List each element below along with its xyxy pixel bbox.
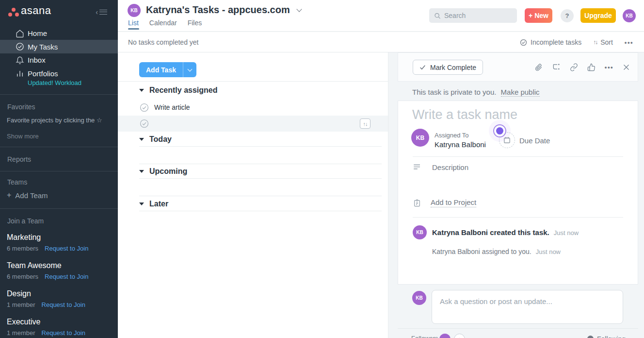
description-field[interactable]: Description	[413, 163, 468, 171]
hamburger-icon	[99, 8, 107, 16]
section-today[interactable]: Today	[139, 135, 172, 144]
add-task-dropdown[interactable]	[183, 62, 196, 77]
help-button[interactable]: ?	[561, 9, 574, 22]
tab-calendar[interactable]: Calendar	[149, 19, 177, 27]
sidebar: asana ‹ Home My Tasks Inbox	[0, 0, 118, 338]
sidebar-divider	[0, 171, 118, 171]
following-label[interactable]: Following	[597, 335, 626, 338]
section-recently-assigned[interactable]: Recently assigned	[139, 86, 218, 95]
sidebar-item-inbox[interactable]: Inbox	[0, 53, 118, 67]
section-later[interactable]: Later	[139, 200, 168, 208]
subtasks-icon[interactable]	[552, 63, 561, 71]
empty-row-divider	[139, 164, 382, 164]
search-input[interactable]	[429, 8, 517, 23]
sidebar-item-home[interactable]: Home	[0, 27, 118, 40]
team-members: 1 member	[7, 301, 35, 308]
link-icon[interactable]	[570, 63, 578, 71]
request-to-join-link[interactable]: Request to Join	[45, 245, 88, 252]
page-title[interactable]: Katryna's Tasks - appcues.com	[146, 4, 290, 16]
home-icon	[16, 29, 24, 38]
top-header: KB Katryna's Tasks - appcues.com List Ca…	[118, 0, 644, 32]
add-task-label[interactable]: Add Task	[139, 62, 183, 77]
attachment-icon[interactable]	[534, 63, 543, 71]
check-circle-icon	[520, 39, 527, 46]
activity-entry: Katryna Balboni assigned to you.Just now	[432, 248, 561, 255]
triangle-down-icon	[139, 170, 144, 173]
mark-complete-button[interactable]: Mark Complete	[413, 60, 483, 75]
join-a-team-header: Join a Team	[7, 217, 44, 225]
task-name-input[interactable]: Write a task name	[412, 107, 517, 122]
team-name[interactable]: Design	[7, 289, 31, 298]
team-name[interactable]: Executive	[7, 318, 40, 326]
assignee-avatar[interactable]: KB	[411, 129, 429, 147]
section-divider	[139, 146, 382, 147]
add-follower-button[interactable]: +	[454, 334, 465, 338]
section-upcoming[interactable]: Upcoming	[139, 167, 187, 176]
request-to-join-link[interactable]: Request to Join	[45, 273, 88, 280]
tab-list[interactable]: List	[128, 19, 139, 27]
active-tab-underline	[128, 28, 139, 30]
add-task-button[interactable]: Add Task	[139, 62, 196, 77]
description-label: Description	[432, 163, 468, 171]
chevron-down-icon[interactable]	[296, 6, 302, 12]
followers-bar: Followers KB + Following	[398, 328, 638, 338]
sidebar-item-portfolios[interactable]: Portfolios	[0, 68, 118, 79]
team-name[interactable]: Team Awesome	[7, 261, 62, 270]
thumbs-up-icon[interactable]	[587, 63, 596, 71]
more-actions-button[interactable]: •••	[605, 64, 613, 71]
view-tabs: List Calendar Files	[128, 19, 202, 27]
sort-button[interactable]: ↑↓ Sort	[593, 38, 613, 46]
add-team-button[interactable]: + Add Team	[7, 191, 48, 200]
detail-header-icons: •••	[534, 60, 630, 75]
task-name[interactable]: Write article	[154, 103, 190, 111]
more-options-button[interactable]: •••	[625, 39, 633, 46]
task-check-icon[interactable]	[140, 119, 149, 128]
section-divider	[139, 178, 382, 179]
asana-logo-icon	[8, 7, 19, 17]
bell-icon	[16, 56, 24, 65]
task-row-selected[interactable]: ↑↓	[118, 116, 388, 132]
chevron-down-icon	[188, 67, 193, 71]
mark-complete-label: Mark Complete	[430, 64, 476, 71]
reorder-icon[interactable]: ↑↓	[360, 118, 370, 129]
click-indicator	[493, 124, 506, 137]
add-to-project-label: Add to Project	[431, 198, 476, 207]
tab-files[interactable]: Files	[188, 19, 202, 27]
reports-header[interactable]: Reports	[7, 155, 31, 163]
follower-avatar: KB	[439, 334, 451, 338]
comment-input[interactable]: Ask a question or post an update...	[432, 290, 623, 324]
assigned-to-label: Assigned To	[435, 132, 469, 139]
new-button[interactable]: + New	[525, 8, 552, 23]
close-icon[interactable]	[623, 64, 630, 71]
sidebar-item-my-tasks[interactable]: My Tasks	[0, 40, 118, 53]
activity-time: Just now	[554, 229, 579, 237]
task-row[interactable]: Write article	[118, 99, 388, 116]
team-name[interactable]: Marketing	[7, 233, 41, 242]
activity-entry: Katryna Balboni created this task.Just n…	[432, 228, 579, 237]
sidebar-collapse-button[interactable]: ‹	[96, 8, 107, 16]
activity-time: Just now	[536, 248, 561, 255]
search-field[interactable]	[444, 12, 512, 19]
activity-avatar: KB	[413, 225, 427, 239]
add-to-project-button[interactable]: Add to Project	[413, 198, 476, 207]
section-divider	[139, 211, 382, 211]
show-more-link[interactable]: Show more	[7, 133, 39, 140]
comment-section: KB Ask a question or post an update...	[398, 285, 638, 328]
team-members: 6 members	[7, 245, 38, 252]
make-public-link[interactable]: Make public	[501, 88, 540, 97]
triangle-down-icon	[139, 89, 144, 92]
filter-incomplete-button[interactable]: Incomplete tasks	[520, 38, 581, 46]
sidebar-item-label: Home	[28, 29, 47, 37]
team-meta: 1 memberRequest to Join	[7, 301, 85, 308]
section-title: Recently assigned	[149, 86, 218, 95]
task-check-icon[interactable]	[140, 103, 149, 112]
request-to-join-link[interactable]: Request to Join	[42, 329, 85, 337]
avatar[interactable]: KB	[128, 4, 141, 17]
detail-header: Mark Complete •••	[398, 52, 638, 82]
assignee-name[interactable]: Katryna Balboni	[435, 140, 486, 149]
user-avatar[interactable]: KB	[623, 9, 636, 22]
request-to-join-link[interactable]: Request to Join	[42, 301, 85, 308]
sidebar-item-label: My Tasks	[28, 43, 58, 51]
sidebar-item-workload[interactable]: Updated! Workload	[28, 79, 81, 86]
upgrade-button[interactable]: Upgrade	[580, 8, 616, 23]
